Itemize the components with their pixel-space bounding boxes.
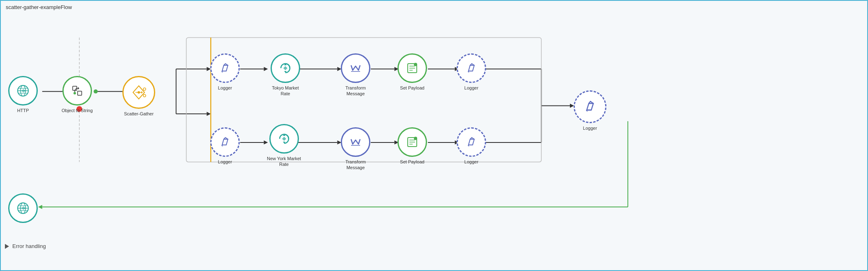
flow-svg	[1, 1, 867, 270]
http-label: HTTP	[17, 108, 29, 113]
flow-title: scatter-gather-exampleFlow	[6, 4, 72, 10]
transform2-label: TransformMessage	[345, 159, 366, 171]
pencil-icon-1	[218, 61, 232, 75]
logger2-bot-circle	[457, 127, 486, 157]
final-logger-label: Logger	[583, 125, 597, 131]
pencil-icon-5	[582, 99, 598, 115]
http-bottom-circle	[8, 193, 38, 223]
refresh-icon-2	[276, 131, 292, 147]
set-payload2-label: Set Payload	[400, 159, 424, 165]
globe-icon	[16, 83, 30, 98]
transform-msg-icon-1	[348, 60, 363, 76]
logger2-top-label: Logger	[464, 85, 478, 91]
logger1-bot-circle	[210, 127, 240, 157]
error-handling-label: Error handling	[12, 243, 46, 249]
final-logger-node[interactable]: Logger	[574, 90, 606, 131]
transform2-node[interactable]: TransformMessage	[341, 127, 370, 171]
svg-point-38	[94, 90, 98, 94]
globe-icon-2	[16, 201, 30, 216]
transform-msg-icon-2	[348, 134, 363, 150]
transform1-label: TransformMessage	[345, 85, 366, 97]
svg-point-54	[143, 94, 146, 97]
svg-marker-34	[38, 205, 42, 209]
object-to-string-label: Object to String	[62, 108, 93, 113]
scatter-gather-circle	[122, 76, 155, 109]
ny-market-node[interactable]: New York MarketRate	[267, 124, 301, 168]
tokyo-market-label: Tokyo Market Rate	[267, 85, 304, 97]
http-node[interactable]: HTTP	[8, 76, 38, 113]
set-payload1-label: Set Payload	[400, 85, 424, 91]
svg-marker-8	[207, 112, 211, 116]
scatter-gather-node[interactable]: Scatter-Gather	[122, 76, 155, 117]
svg-point-63	[414, 63, 417, 66]
final-logger-circle	[574, 90, 606, 123]
object-to-string-circle	[62, 76, 92, 106]
error-handling-section[interactable]: Error handling	[5, 243, 46, 249]
tokyo-market-circle	[271, 53, 300, 83]
logger1-top-circle	[210, 53, 240, 83]
refresh-icon-1	[278, 60, 293, 76]
logger1-top-node[interactable]: Logger	[210, 53, 240, 91]
logger2-bot-label: Logger	[464, 159, 478, 165]
transform2-circle	[341, 127, 370, 157]
set-payload1-node[interactable]: Set Payload	[397, 53, 427, 91]
svg-point-47	[73, 92, 76, 94]
set-payload1-circle	[397, 53, 427, 83]
transform-icon	[69, 83, 85, 99]
http-bottom-node[interactable]	[8, 193, 38, 223]
svg-point-52	[138, 91, 140, 94]
transform1-node[interactable]: TransformMessage	[341, 53, 370, 97]
logger2-top-node[interactable]: Logger	[457, 53, 486, 91]
pencil-icon-3	[218, 135, 232, 149]
scatter-gather-label: Scatter-Gather	[124, 111, 154, 117]
list-icon-2	[404, 134, 420, 150]
svg-point-53	[143, 88, 146, 90]
logger1-bot-node[interactable]: Logger	[210, 127, 240, 165]
svg-point-73	[414, 137, 417, 140]
logger2-top-circle	[457, 53, 486, 83]
canvas: scatter-gather-exampleFlow	[0, 0, 868, 271]
set-payload2-node[interactable]: Set Payload	[397, 127, 427, 165]
ny-market-label: New York MarketRate	[267, 156, 301, 168]
object-to-string-node[interactable]: Object to String	[62, 76, 93, 113]
transform1-circle	[341, 53, 370, 83]
svg-rect-46	[78, 91, 82, 95]
pencil-icon-2	[464, 61, 478, 75]
ny-market-circle	[269, 124, 299, 154]
scatter-icon	[130, 83, 148, 101]
http-circle	[8, 76, 38, 106]
svg-marker-51	[141, 91, 143, 94]
set-payload2-circle	[397, 127, 427, 157]
svg-marker-48	[78, 87, 79, 90]
logger2-bot-node[interactable]: Logger	[457, 127, 486, 165]
logger1-bot-label: Logger	[218, 159, 232, 165]
tokyo-market-node[interactable]: Tokyo Market Rate	[267, 53, 304, 97]
svg-rect-45	[73, 86, 77, 90]
list-icon-1	[404, 60, 420, 76]
error-handling-toggle[interactable]	[5, 244, 9, 249]
logger1-top-label: Logger	[218, 85, 232, 91]
pencil-icon-4	[464, 135, 478, 149]
